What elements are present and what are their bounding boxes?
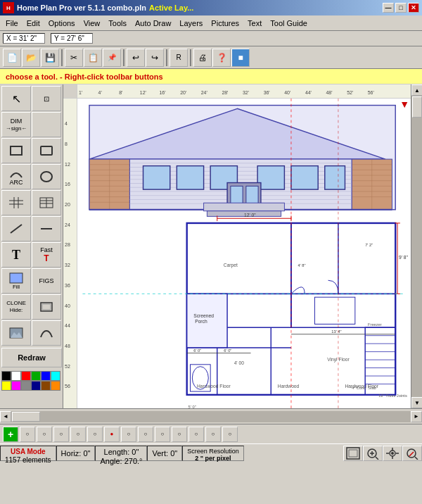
open-button[interactable]: 📂	[22, 49, 40, 67]
minimize-button[interactable]: —	[383, 3, 394, 13]
undo-button[interactable]: ↩	[127, 49, 145, 67]
color-brown[interactable]	[41, 381, 51, 391]
shape-btn-2[interactable]: ○	[37, 427, 52, 442]
grid-tool[interactable]	[1, 190, 31, 215]
dim2-tool[interactable]	[32, 112, 61, 137]
menu-options[interactable]: Options	[44, 18, 79, 29]
extra-button[interactable]: ■	[231, 49, 250, 67]
scroll-thumb[interactable]	[412, 96, 422, 118]
color-cyan[interactable]	[51, 371, 60, 381]
shape-btn-3[interactable]: ○	[53, 427, 69, 442]
text-tool[interactable]: T	[1, 242, 31, 267]
curve2-tool[interactable]	[32, 320, 61, 346]
color-palette	[1, 371, 62, 391]
menu-tools[interactable]: Tools	[104, 18, 131, 29]
coord-bar: X = 31' 2" Y = 27' 6"	[0, 31, 422, 46]
scroll-track[interactable]	[411, 96, 422, 397]
shape-btn-13[interactable]: ○	[222, 427, 238, 442]
shape-btn-9[interactable]: ○	[155, 427, 170, 442]
shape-btn-4[interactable]: ○	[70, 427, 86, 442]
save-button[interactable]: 💾	[41, 49, 59, 67]
maximize-button[interactable]: □	[395, 3, 407, 13]
box-tool[interactable]	[32, 294, 61, 320]
select-tool[interactable]: ↖	[1, 86, 31, 111]
svg-rect-86	[257, 166, 284, 189]
scroll-left-button[interactable]: ◄	[0, 411, 11, 422]
svg-rect-0	[11, 146, 22, 155]
menu-pictures[interactable]: Pictures	[207, 18, 243, 29]
arc-tool[interactable]: ARC	[1, 164, 31, 189]
help-button[interactable]: ❓	[212, 49, 231, 67]
vert-panel: Vert: 0"	[147, 446, 182, 461]
copy-button[interactable]: 📋	[84, 49, 102, 67]
rect-tool[interactable]	[1, 138, 31, 163]
hscroll-track[interactable]	[11, 411, 411, 422]
new-button[interactable]: 📄	[3, 49, 21, 67]
svg-text:44: 44	[65, 323, 70, 328]
color-black[interactable]	[1, 371, 11, 381]
menu-edit[interactable]: Edit	[23, 18, 44, 29]
print-button[interactable]: 🖨	[193, 49, 212, 67]
color-red[interactable]	[21, 371, 31, 381]
color-green[interactable]	[31, 371, 41, 381]
color-yellow[interactable]	[1, 381, 11, 391]
shape-btn-5[interactable]: ○	[87, 427, 103, 442]
zoom-fit-button[interactable]	[343, 446, 363, 461]
add-button[interactable]: +	[3, 427, 18, 442]
find-button[interactable]: R	[170, 49, 188, 67]
figs-tool[interactable]: FIGS	[32, 268, 61, 294]
color-gray[interactable]	[21, 381, 31, 391]
shape-btn-12[interactable]: ○	[205, 427, 221, 442]
zoom-in-button[interactable]	[363, 446, 383, 461]
hline-tool[interactable]	[32, 216, 61, 241]
menu-layers[interactable]: Layers	[175, 18, 207, 29]
menu-view[interactable]: View	[79, 18, 105, 29]
fast-text-tool[interactable]: Fast T	[32, 242, 61, 267]
scroll-right-button[interactable]: ►	[411, 411, 422, 422]
image-tool[interactable]	[1, 320, 31, 346]
title-bar: H Home Plan Pro ver 5.1.1 combo.pln Acti…	[0, 0, 422, 15]
scroll-down-button[interactable]: ▼	[411, 397, 422, 408]
fill-tool[interactable]: Fill	[1, 268, 31, 294]
close-button[interactable]: ✕	[408, 3, 419, 13]
menu-file[interactable]: File	[1, 18, 23, 29]
menu-autodraw[interactable]: Auto Draw	[131, 18, 175, 29]
menu-text[interactable]: Text	[243, 18, 266, 29]
color-magenta[interactable]	[11, 381, 21, 391]
color-blue[interactable]	[41, 371, 51, 381]
color-orange[interactable]	[51, 381, 60, 391]
menu-toolguide[interactable]: Tool Guide	[266, 18, 312, 29]
circle-tool[interactable]	[32, 164, 61, 189]
shape-btn-filled[interactable]: ●	[104, 427, 120, 442]
blueprint-drawing[interactable]: Screened Porch 12' 0" 9' 8" Carpet Vinyl…	[77, 99, 411, 408]
redraw-button[interactable]: Redraw	[1, 348, 62, 367]
svg-text:44': 44'	[305, 90, 312, 95]
shape-btn-11[interactable]: ○	[188, 427, 204, 442]
poly-tool[interactable]	[32, 138, 61, 163]
color-darkblue[interactable]	[31, 381, 41, 391]
redo-button[interactable]: ↪	[146, 49, 164, 67]
line-tool[interactable]	[1, 216, 31, 241]
vertical-scrollbar[interactable]: ▲ ▼	[411, 84, 422, 408]
select-rect-tool[interactable]: ⊡	[32, 86, 61, 111]
shape-btn-1[interactable]: ○	[20, 427, 35, 442]
svg-rect-83	[143, 166, 170, 189]
dim-tool[interactable]: DIM →sign←	[1, 112, 31, 137]
settings-button[interactable]	[383, 446, 402, 461]
cut-button[interactable]: ✂	[65, 49, 83, 67]
scroll-up-button[interactable]: ▲	[411, 84, 422, 96]
ruler-horizontal: 1' 4' 8' 12' 16' 20' 24' 28' 32' 36' 40'…	[77, 84, 411, 99]
svg-text:4' 8": 4' 8"	[298, 263, 306, 267]
shape-btn-10[interactable]: ○	[172, 427, 187, 442]
horizontal-scrollbar-area[interactable]: ◄ ►	[0, 408, 422, 424]
color-white[interactable]	[11, 371, 21, 381]
clone-tool[interactable]: CLONE Hide:	[1, 294, 31, 320]
zoom-out-button[interactable]	[402, 446, 422, 461]
toolbar-sep-3	[166, 49, 167, 66]
shape-btn-7[interactable]: ○	[121, 427, 136, 442]
shape-btn-8[interactable]: ○	[138, 427, 153, 442]
hscroll-thumb[interactable]	[12, 412, 40, 422]
paste-button[interactable]: 📌	[103, 49, 121, 67]
canvas-area[interactable]: 1' 4' 8' 12' 16' 20' 24' 28' 32' 36' 40'…	[63, 84, 411, 408]
table-tool[interactable]	[32, 190, 61, 215]
